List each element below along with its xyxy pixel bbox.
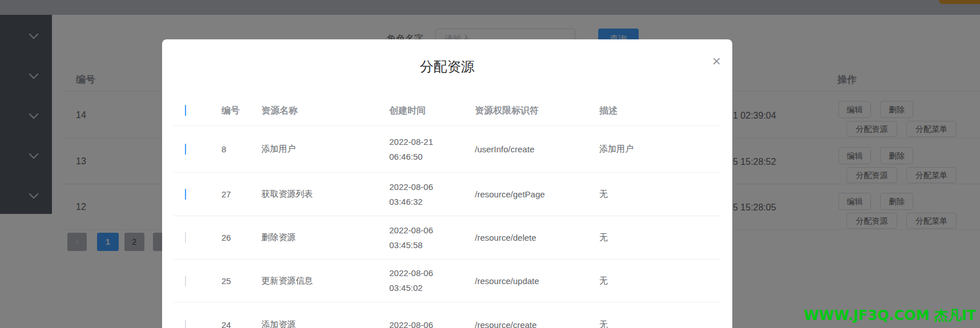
resource-name: 更新资源信息	[256, 276, 384, 286]
resource-id: 24	[216, 320, 256, 328]
site-watermark: WWW.JF3Q.COM 杰凡IT	[804, 306, 976, 325]
resource-row: 8 添加用户 2022-08-2106:46:50 /userInfo/crea…	[174, 126, 720, 173]
resource-permission: /userInfo/create	[469, 144, 594, 154]
resource-created: 2022-08-0603:45:02	[389, 266, 449, 295]
resource-desc: 无	[594, 189, 720, 200]
row-checkbox[interactable]	[185, 144, 186, 155]
resource-permission: /resource/delete	[469, 233, 594, 242]
column-header-name: 资源名称	[256, 105, 384, 117]
resource-row: 26 删除资源 2022-08-0603:45:58 /resource/del…	[174, 216, 720, 260]
resource-created: 2022-08-06	[389, 318, 449, 328]
resource-desc: 添加用户	[594, 144, 720, 155]
column-header-id: 编号	[216, 105, 256, 117]
resource-id: 27	[216, 189, 256, 199]
resource-row: 24 添加资源 2022-08-06 /resource/create 无	[174, 302, 720, 328]
resource-permission: /resource/getPage	[469, 189, 594, 199]
assign-resource-dialog: 分配资源 × 编号 资源名称 创建时间 资源权限标识符 描述 8 添加用户 20…	[162, 39, 732, 328]
resource-id: 25	[216, 276, 256, 286]
resource-name: 添加用户	[256, 144, 384, 155]
resource-name: 删除资源	[256, 232, 384, 243]
resource-id: 26	[216, 233, 256, 242]
row-checkbox[interactable]	[185, 319, 186, 328]
column-header-desc: 描述	[594, 105, 720, 117]
resource-id: 8	[216, 144, 256, 154]
app-screen: 角色名字 请输入 查询 编号 操作 14 1 02:39:04 编辑 删除 分配…	[0, 0, 980, 328]
resource-permission: /resource/update	[469, 276, 594, 286]
select-all-checkbox[interactable]	[185, 105, 186, 116]
resource-name: 添加资源	[256, 319, 384, 328]
resource-created: 2022-08-0603:46:32	[389, 180, 449, 209]
resource-name: 获取资源列表	[256, 189, 384, 200]
row-checkbox[interactable]	[185, 232, 186, 243]
column-header-created: 创建时间	[384, 105, 469, 117]
resource-table: 编号 资源名称 创建时间 资源权限标识符 描述 8 添加用户 2022-08-2…	[174, 96, 720, 328]
row-checkbox[interactable]	[185, 276, 186, 286]
resource-row: 25 更新资源信息 2022-08-0603:45:02 /resource/u…	[174, 260, 720, 302]
resource-desc: 无	[594, 276, 720, 286]
dialog-title: 分配资源	[162, 58, 732, 76]
resource-created: 2022-08-2106:46:50	[389, 135, 449, 164]
resource-created: 2022-08-0603:45:58	[389, 223, 449, 253]
resource-desc: 无	[594, 319, 720, 328]
close-icon[interactable]: ×	[712, 53, 721, 69]
resource-permission: /resource/create	[469, 320, 594, 328]
resource-row: 27 获取资源列表 2022-08-0603:46:32 /resource/g…	[174, 173, 720, 216]
resource-desc: 无	[594, 232, 720, 243]
column-header-permission: 资源权限标识符	[469, 105, 594, 117]
resource-table-header: 编号 资源名称 创建时间 资源权限标识符 描述	[174, 96, 720, 126]
row-checkbox[interactable]	[185, 189, 186, 200]
